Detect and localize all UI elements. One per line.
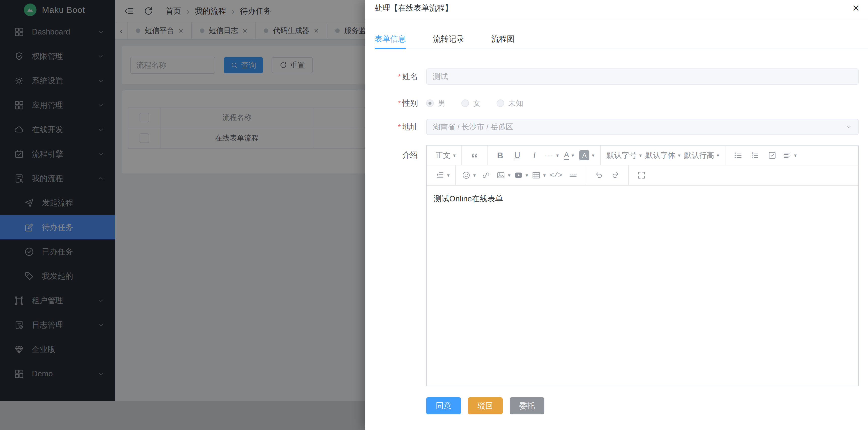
fullscreen-icon [637, 171, 646, 180]
align-icon [782, 151, 792, 160]
horizontal-rule-icon [568, 171, 578, 180]
editor-content[interactable]: 测试Online在线表单 [427, 185, 858, 386]
ordered-list-button[interactable]: 123 [748, 148, 762, 162]
caret-down-icon: ▾ [717, 152, 719, 159]
redo-button[interactable] [609, 168, 623, 182]
caret-down-icon: ▾ [571, 152, 574, 159]
drawer-tabs: 表单信息 流转记录 流程图 [375, 32, 859, 49]
radio-checked-icon [426, 99, 434, 107]
align-dropdown[interactable]: ▾ [782, 148, 797, 162]
line-height-dropdown[interactable]: 默认行高▾ [684, 148, 719, 162]
tab-form-info[interactable]: 表单信息 [375, 32, 406, 49]
video-dropdown[interactable]: ▾ [514, 168, 528, 182]
tab-flow-diagram[interactable]: 流程图 [491, 32, 515, 49]
required-asterisk: * [398, 123, 401, 131]
app-window: Maku Boot Dashboard 权限管理 系统设置 应用管理 [0, 0, 868, 430]
code-block-button[interactable]: </> [549, 168, 563, 182]
task-list-button[interactable] [766, 148, 779, 162]
close-icon[interactable]: × [852, 2, 860, 14]
toolbar-divider [725, 145, 725, 165]
gender-radio-unknown[interactable]: 未知 [497, 98, 523, 109]
gender-radio-female[interactable]: 女 [461, 98, 480, 109]
caret-down-icon: ▾ [592, 152, 594, 159]
link-button[interactable] [479, 168, 493, 182]
image-dropdown[interactable]: ▾ [496, 168, 510, 182]
emoji-icon [462, 171, 471, 180]
address-label: 地址 [402, 122, 418, 131]
editor-toolbar-row2: ▾ ▾ ▾ ▾ ▾ </> [427, 165, 858, 185]
underline-button[interactable]: U [510, 148, 524, 162]
caret-down-icon: ▾ [543, 172, 546, 178]
required-asterisk: * [398, 99, 401, 107]
toolbar-divider [487, 145, 488, 165]
caret-down-icon: ▾ [447, 172, 450, 178]
tab-flow-records[interactable]: 流转记录 [433, 32, 464, 49]
reject-button[interactable]: 驳回 [468, 397, 503, 414]
process-form: *姓名 测试 *性别 男 女 [375, 68, 859, 414]
undo-button[interactable] [592, 168, 606, 182]
svg-text:3: 3 [752, 156, 753, 159]
image-icon [496, 171, 505, 180]
table-dropdown[interactable]: ▾ [532, 168, 546, 182]
caret-down-icon: ▾ [473, 172, 476, 178]
caret-down-icon: ▾ [639, 152, 642, 159]
bg-color-dropdown[interactable]: A▾ [579, 148, 594, 162]
redo-icon [611, 171, 620, 180]
bullet-list-icon [734, 151, 743, 160]
rich-text-editor: 正文▾ B U I ···▾ A▾ A▾ [426, 145, 859, 386]
font-color-dropdown[interactable]: A▾ [562, 148, 576, 162]
drawer-body: 表单信息 流转记录 流程图 *姓名 测试 *性别 男 [365, 32, 868, 414]
fullscreen-button[interactable] [634, 168, 648, 182]
undo-icon [594, 171, 603, 180]
gender-label: 性别 [402, 99, 418, 108]
caret-down-icon: ▾ [556, 152, 559, 159]
caret-down-icon: ▾ [508, 172, 510, 178]
task-list-icon [768, 151, 777, 160]
drawer-actions: 同意 驳回 委托 [426, 397, 859, 414]
bullet-list-button[interactable] [731, 148, 745, 162]
italic-button[interactable]: I [528, 148, 541, 162]
name-input[interactable]: 测试 [426, 68, 859, 85]
address-select[interactable]: 湖南省 / 长沙市 / 岳麓区 [426, 119, 859, 135]
bold-button[interactable]: B [493, 148, 507, 162]
font-family-dropdown[interactable]: 默认字体▾ [645, 148, 680, 162]
intro-label: 介绍 [402, 150, 418, 160]
caret-down-icon: ▾ [794, 152, 797, 159]
toolbar-divider [628, 165, 629, 185]
caret-down-icon: ▾ [678, 152, 680, 159]
toolbar-divider [461, 145, 462, 165]
toolbar-divider [455, 165, 456, 185]
indent-dropdown[interactable]: ▾ [435, 168, 450, 182]
toolbar-divider [586, 165, 586, 185]
required-asterisk: * [398, 73, 401, 81]
editor-toolbar-row1: 正文▾ B U I ···▾ A▾ A▾ [427, 145, 858, 165]
approve-button[interactable]: 同意 [426, 397, 461, 414]
delegate-button[interactable]: 委托 [510, 397, 545, 414]
link-icon [482, 171, 491, 180]
name-field-row: *姓名 测试 [375, 68, 859, 85]
radio-icon [497, 99, 504, 107]
drawer-title: 处理【在线表单流程】 [375, 3, 852, 13]
gender-field-row: *性别 男 女 未知 [375, 95, 859, 111]
caret-down-icon: ▾ [453, 152, 456, 159]
intro-field-row: 介绍 正文▾ B U I ···▾ [375, 145, 859, 386]
table-icon [532, 171, 540, 180]
font-size-dropdown[interactable]: 默认字号▾ [607, 148, 642, 162]
paragraph-style-dropdown[interactable]: 正文▾ [435, 148, 456, 162]
quote-icon [470, 151, 479, 160]
emoji-dropdown[interactable]: ▾ [462, 168, 476, 182]
gender-radio-male[interactable]: 男 [426, 98, 445, 109]
indent-icon [435, 171, 444, 180]
ordered-list-icon: 123 [751, 151, 760, 160]
video-icon [514, 171, 523, 180]
divider-button[interactable] [566, 168, 580, 182]
radio-icon [461, 99, 469, 107]
chevron-down-icon [845, 123, 852, 131]
more-styles-dropdown[interactable]: ···▾ [545, 148, 559, 162]
address-field-row: *地址 湖南省 / 长沙市 / 岳麓区 [375, 119, 859, 135]
caret-down-icon: ▾ [526, 172, 528, 178]
process-drawer: 处理【在线表单流程】 × 表单信息 流转记录 流程图 *姓名 测试 *性别 [365, 0, 868, 430]
name-label: 姓名 [402, 72, 418, 81]
drawer-header: 处理【在线表单流程】 × [365, 0, 868, 20]
quote-button[interactable] [468, 148, 481, 162]
